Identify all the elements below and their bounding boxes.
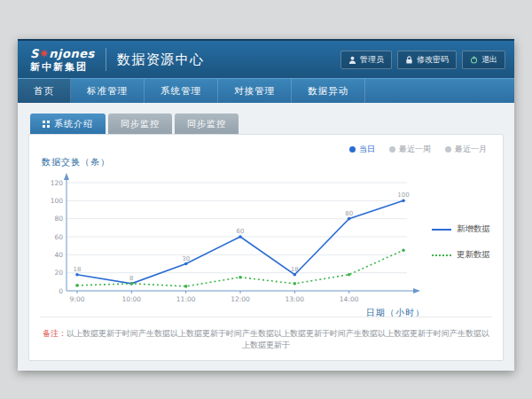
filter-label: 最近一周 [399, 144, 431, 155]
tab-bar: 系统介绍 同步监控 同步监控 [28, 113, 504, 134]
change-password-label: 修改密码 [417, 54, 449, 66]
svg-text:18: 18 [291, 266, 299, 273]
filter-last-month[interactable]: 最近一月 [445, 144, 487, 155]
tab-system-intro[interactable]: 系统介绍 [30, 113, 106, 134]
user-actions: 管理员 修改密码 退出 [340, 51, 505, 69]
tab-sync-monitor-1[interactable]: 同步监控 [108, 113, 172, 134]
svg-text:40: 40 [54, 251, 63, 259]
svg-text:100: 100 [51, 197, 64, 205]
radio-dot-icon [389, 146, 395, 153]
nav-item-data-changes[interactable]: 数据异动 [292, 79, 365, 103]
logo-suffix: njones [49, 47, 94, 60]
power-icon [470, 56, 478, 64]
chart-panel: 当日 最近一周 最近一月 数据交换（条） 0204060801001209:00… [28, 134, 504, 361]
svg-text:12:00: 12:00 [231, 295, 250, 303]
grid-icon [43, 121, 50, 128]
tab-label: 同步监控 [121, 118, 160, 130]
tab-label: 同步监控 [187, 118, 226, 130]
logout-button[interactable]: 退出 [462, 51, 505, 69]
footnote: 备注：以上数据更新于时间产生数据以上数据更新于时间产生数据以上数据更新于时间产生… [40, 317, 492, 351]
top-bar: S✷njones 新中新集团 数据资源中心 管理员 修改密码 [18, 39, 514, 78]
svg-text:60: 60 [54, 233, 63, 241]
series-label: 更新数据 [457, 249, 490, 261]
content-area: 系统介绍 同步监控 同步监控 当日 最近一周 [18, 103, 514, 371]
svg-text:80: 80 [345, 210, 353, 217]
svg-text:30: 30 [182, 255, 190, 262]
svg-text:18: 18 [74, 266, 82, 273]
main-nav: 首页 标准管理 系统管理 对接管理 数据异动 [18, 78, 514, 103]
svg-text:80: 80 [54, 215, 63, 223]
nav-item-standard-mgmt[interactable]: 标准管理 [71, 79, 145, 103]
lock-icon [405, 56, 413, 64]
svg-text:10:00: 10:00 [122, 295, 142, 303]
tab-sync-monitor-2[interactable]: 同步监控 [175, 113, 239, 134]
line-sample-icon [432, 229, 451, 231]
filter-today[interactable]: 当日 [349, 144, 375, 155]
legend-item-new-data: 新增数据 [432, 223, 490, 235]
filter-last-week[interactable]: 最近一周 [389, 144, 431, 155]
company-logo: S✷njones 新中新集团 [30, 48, 95, 72]
star-icon: ✷ [39, 47, 49, 60]
svg-text:14:00: 14:00 [340, 295, 359, 303]
app-window: S✷njones 新中新集团 数据资源中心 管理员 修改密码 [18, 39, 514, 371]
change-password-button[interactable]: 修改密码 [397, 51, 457, 69]
svg-text:9:00: 9:00 [70, 295, 85, 303]
admin-label: 管理员 [360, 54, 384, 66]
series-label: 新增数据 [457, 223, 490, 235]
svg-text:8: 8 [129, 275, 133, 282]
logo-text: S✷njones [30, 48, 95, 59]
radio-dot-icon [445, 146, 451, 153]
svg-text:100: 100 [397, 192, 409, 199]
svg-text:60: 60 [237, 228, 245, 235]
nav-item-home[interactable]: 首页 [18, 79, 71, 103]
logout-label: 退出 [481, 54, 497, 66]
svg-text:11:00: 11:00 [176, 295, 196, 303]
company-name: 新中新集团 [30, 62, 95, 72]
chart-canvas: 0204060801001209:0010:0011:0012:0013:001… [40, 170, 432, 310]
user-icon [348, 56, 356, 64]
nav-item-system-mgmt[interactable]: 系统管理 [145, 79, 218, 103]
svg-text:20: 20 [54, 269, 63, 277]
line-chart: 0204060801001209:0010:0011:0012:0013:001… [40, 170, 494, 319]
nav-item-integration-mgmt[interactable]: 对接管理 [218, 79, 292, 103]
svg-text:120: 120 [51, 179, 64, 187]
logo-prefix: S [30, 47, 39, 60]
svg-text:0: 0 [59, 287, 63, 295]
tab-label: 系统介绍 [54, 118, 93, 130]
footnote-text: 以上数据更新于时间产生数据以上数据更新于时间产生数据以上数据更新于时间产生数据以… [66, 329, 489, 349]
page-title: 数据资源中心 [117, 51, 205, 68]
time-filter-legend: 当日 最近一周 最近一月 [349, 144, 487, 155]
legend-item-update-data: 更新数据 [432, 249, 490, 261]
line-sample-icon [432, 254, 451, 256]
filter-label: 当日 [359, 144, 375, 155]
header-divider [106, 48, 106, 71]
series-legend: 新增数据 更新数据 [432, 223, 490, 261]
footnote-prefix: 备注： [43, 329, 66, 338]
admin-button[interactable]: 管理员 [340, 51, 392, 69]
y-axis-title: 数据交换（条） [42, 156, 494, 168]
filter-label: 最近一月 [455, 144, 487, 155]
radio-dot-icon [349, 146, 356, 153]
svg-text:13:00: 13:00 [286, 295, 305, 303]
